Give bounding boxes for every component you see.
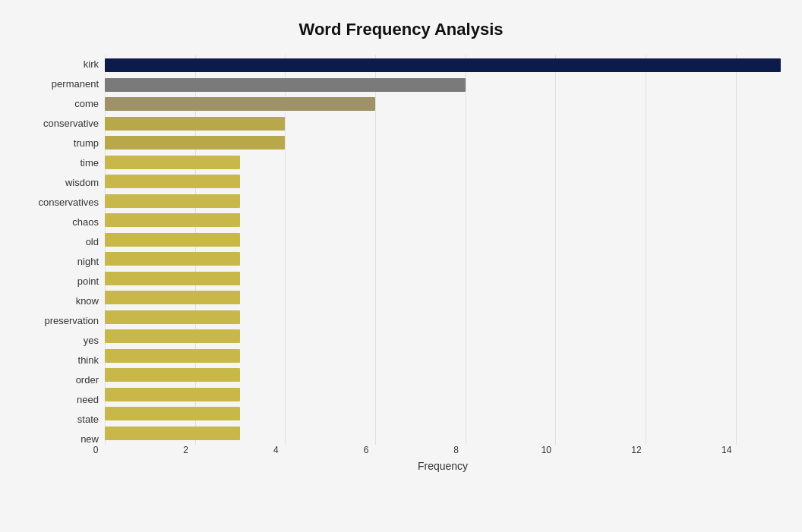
bar	[105, 407, 240, 420]
bar-row	[105, 193, 781, 209]
y-label: night	[77, 257, 99, 266]
bar	[105, 194, 240, 208]
bar-row	[105, 154, 781, 171]
bar-row	[105, 115, 781, 132]
y-label: trump	[74, 138, 99, 148]
y-label: conservative	[43, 118, 99, 128]
bar-row	[105, 173, 781, 190]
bar-row	[105, 405, 781, 422]
bar-row	[105, 348, 781, 364]
x-tick: 2	[175, 445, 197, 455]
x-axis-wrapper: 02468101214 Frequency	[105, 445, 781, 472]
y-label: think	[78, 355, 99, 365]
x-tick: 6	[355, 445, 377, 455]
y-label: state	[77, 414, 99, 424]
bar	[105, 58, 781, 72]
y-label: chaos	[72, 217, 99, 227]
bar	[105, 388, 240, 401]
bar-row	[105, 77, 781, 93]
bar-row	[105, 289, 781, 306]
y-label: yes	[84, 335, 99, 345]
y-label: need	[77, 395, 99, 405]
y-label: preservation	[44, 316, 99, 326]
chart-container: Word Frequency Analysis kirkpermanentcom…	[6, 5, 796, 528]
x-tick: 4	[264, 445, 287, 455]
bar-row	[105, 309, 781, 326]
bar-row	[105, 386, 781, 403]
x-tick: 0	[84, 445, 107, 455]
y-label: know	[76, 296, 99, 306]
plot-area: 02468101214 Frequency	[105, 55, 781, 472]
bar-row	[105, 231, 781, 248]
x-axis-label: Frequency	[105, 460, 781, 472]
bars-container	[105, 55, 781, 445]
bar-row	[105, 212, 781, 228]
bars-and-grid	[105, 55, 781, 445]
x-tick: 14	[715, 445, 738, 455]
bar-row	[105, 328, 781, 345]
bar-row	[105, 57, 781, 74]
y-label: point	[77, 276, 99, 286]
bar	[105, 213, 240, 227]
chart-title: Word Frequency Analysis	[21, 20, 781, 39]
bar	[105, 272, 240, 285]
bar	[105, 156, 240, 169]
x-ticks-row: 02468101214	[105, 445, 781, 458]
y-label: wisdom	[65, 178, 99, 187]
y-label: permanent	[52, 79, 99, 89]
bar	[105, 329, 240, 343]
bar-row	[105, 134, 781, 151]
x-tick: 8	[445, 445, 468, 455]
bar	[105, 175, 240, 188]
bar	[105, 427, 240, 440]
y-label: new	[81, 434, 99, 444]
x-tick: 12	[625, 445, 648, 455]
bar	[105, 291, 240, 304]
bar	[105, 349, 240, 363]
y-label: come	[74, 99, 99, 109]
y-axis: kirkpermanentcomeconservativetrumptimewi…	[21, 55, 105, 472]
y-label: order	[76, 375, 99, 385]
bar	[105, 136, 285, 150]
x-tick: 10	[535, 445, 557, 455]
bar-row	[105, 270, 781, 287]
y-label: old	[86, 237, 99, 247]
bar-row	[105, 96, 781, 112]
bar	[105, 233, 240, 247]
bar	[105, 252, 240, 266]
chart-area: kirkpermanentcomeconservativetrumptimewi…	[21, 55, 781, 472]
bar	[105, 117, 285, 131]
y-label: kirk	[84, 59, 99, 69]
bar	[105, 97, 375, 111]
bar-row	[105, 367, 781, 383]
bar	[105, 310, 240, 324]
y-label: conservatives	[39, 197, 99, 207]
y-label: time	[80, 158, 99, 168]
bar-row	[105, 250, 781, 267]
bar-row	[105, 425, 781, 442]
bar	[105, 78, 466, 92]
bar	[105, 368, 240, 382]
